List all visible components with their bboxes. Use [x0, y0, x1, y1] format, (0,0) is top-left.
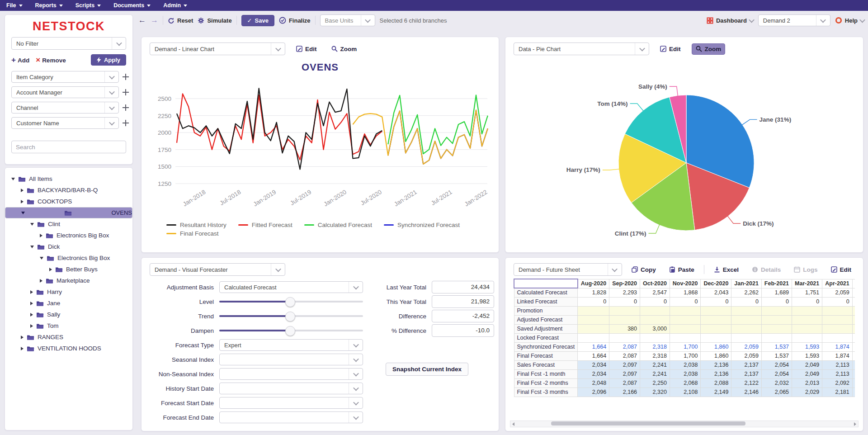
pie-widget-select[interactable]: Data - Pie Chart	[514, 43, 649, 55]
cell[interactable]: 2,068	[670, 378, 701, 388]
cell[interactable]	[852, 288, 855, 297]
cell[interactable]: 1,593	[792, 342, 822, 351]
corner-cell[interactable]	[514, 279, 578, 288]
tree-item-electronics-big-box[interactable]: Electronics Big Box	[5, 252, 132, 264]
cell[interactable]: 1,537	[761, 351, 792, 360]
cell[interactable]: 3,000	[640, 324, 670, 333]
cell[interactable]	[701, 315, 731, 324]
add-criteria-icon[interactable]	[123, 120, 129, 126]
cell[interactable]	[822, 306, 853, 315]
cell[interactable]: 2,087	[609, 351, 640, 360]
filter-select-channel[interactable]: Channel	[11, 102, 119, 113]
cell[interactable]: 1,751	[792, 288, 822, 297]
cell[interactable]: 2,136	[701, 360, 731, 369]
cell[interactable]	[609, 333, 640, 342]
difference-value[interactable]: -2,452	[432, 310, 494, 322]
excel-export-button[interactable]: Excel	[710, 265, 742, 275]
cell[interactable]	[852, 378, 855, 388]
cell[interactable]	[792, 306, 822, 315]
cell[interactable]: 0	[640, 297, 670, 306]
saved-filter-select[interactable]: No Filter	[11, 37, 126, 50]
cell[interactable]: 2,087	[609, 342, 640, 351]
linear-widget-select[interactable]: Demand - Linear Chart	[150, 43, 285, 55]
caret-right-icon[interactable]	[21, 336, 24, 339]
cell[interactable]	[670, 315, 701, 324]
col-header-aug-2020[interactable]: Aug-2020	[578, 279, 609, 288]
scroll-right-icon[interactable]	[854, 422, 856, 426]
pie-chart[interactable]: Jane (31%)Dick (17%)Clint (17%)Harry (17…	[514, 55, 854, 246]
future-sheet-table[interactable]: Aug-2020Sep-2020Oct-2020Nov-2020Dec-2020…	[514, 279, 855, 397]
cell[interactable]: 2,149	[701, 388, 731, 397]
zoom-button-active[interactable]: Zoom	[692, 43, 726, 55]
remove-filter-button[interactable]: ×Remove	[36, 56, 66, 65]
cell[interactable]: 2,137	[731, 360, 762, 369]
tree-item-ranges[interactable]: RANGES	[5, 331, 132, 343]
cell[interactable]	[792, 324, 822, 333]
cell[interactable]: 2,097	[609, 360, 640, 369]
forward-icon[interactable]: →	[151, 16, 158, 25]
back-icon[interactable]: ←	[138, 16, 146, 25]
filter-select-account-manager[interactable]: Account Manager	[11, 86, 119, 98]
col-header-oct-2020[interactable]: Oct-2020	[640, 279, 670, 288]
cell[interactable]	[792, 315, 822, 324]
add-criteria-icon[interactable]	[123, 74, 129, 80]
search-input[interactable]	[11, 141, 126, 153]
legend-item-resultant-history[interactable]: Resultant History	[166, 222, 226, 228]
cell[interactable]: 2,092	[822, 378, 853, 388]
menu-admin[interactable]: Admin	[157, 0, 193, 11]
this-year-total-value[interactable]: 21,982	[432, 295, 494, 308]
cell[interactable]: 2,122	[731, 378, 762, 388]
forecast-type-select[interactable]: Expert	[219, 339, 363, 351]
caret-down-icon[interactable]	[40, 257, 43, 260]
menu-scripts[interactable]: Scripts	[69, 0, 107, 11]
cell[interactable]	[852, 315, 855, 324]
cell[interactable]	[670, 306, 701, 315]
add-criteria-icon[interactable]	[123, 89, 129, 95]
cell[interactable]: 2,113	[822, 369, 853, 378]
legend-item-fitted-forecast[interactable]: Fitted Forecast	[238, 222, 292, 228]
legend-item-calculated-forecast[interactable]: Calculated Forecast	[304, 222, 372, 228]
cell[interactable]	[640, 333, 670, 342]
cell[interactable]: 2,318	[640, 342, 670, 351]
cell[interactable]: 2,181	[822, 388, 853, 397]
cell[interactable]: 2,318	[640, 351, 670, 360]
legend-item-synchronized-forecast[interactable]: Synchronized Forecast	[384, 222, 460, 228]
tree-item-ventilation-hoods[interactable]: VENTILATION HOODS	[5, 343, 132, 354]
cell[interactable]	[852, 306, 855, 315]
cell[interactable]: 2,108	[670, 388, 701, 397]
cell[interactable]: 2,059	[731, 351, 762, 360]
cell[interactable]: 1,689	[761, 288, 792, 297]
reset-button[interactable]: Reset	[168, 17, 193, 24]
menu-file[interactable]: File	[0, 0, 29, 11]
col-header-dec-2020[interactable]: Dec-2020	[701, 279, 731, 288]
add-filter-button[interactable]: +Add	[11, 56, 29, 65]
cell[interactable]	[852, 342, 855, 351]
caret-right-icon[interactable]	[21, 189, 24, 192]
cell[interactable]: 2,038	[670, 369, 701, 378]
snapshot-current-index-button[interactable]: Snapshot Current Index	[386, 363, 468, 376]
cell[interactable]	[852, 333, 855, 342]
col-header-mar-2021[interactable]: Mar-2021	[792, 279, 822, 288]
filter-select-customer-name[interactable]: Customer Name	[11, 117, 119, 129]
cell[interactable]: 2,250	[640, 378, 670, 388]
cell[interactable]	[609, 306, 640, 315]
cell[interactable]: 0	[578, 297, 609, 306]
tree-item-better-buys[interactable]: Better Buys	[5, 264, 132, 275]
dampen-slider[interactable]	[219, 325, 363, 336]
finalize-button[interactable]: Finalize	[279, 17, 311, 24]
tree-item-sally[interactable]: Sally	[5, 309, 132, 320]
cell[interactable]	[731, 306, 762, 315]
cell[interactable]: 2,065	[761, 388, 792, 397]
line-chart[interactable]: 125015001750200022502500Jan-2018Jul-2018…	[151, 74, 490, 221]
caret-down-icon[interactable]	[30, 246, 34, 248]
paste-button[interactable]: Paste	[665, 265, 698, 275]
caret-right-icon[interactable]	[30, 324, 33, 328]
forecast-end-date-select[interactable]	[219, 411, 363, 423]
trend-slider[interactable]	[219, 310, 363, 322]
tree-item-clint[interactable]: Clint	[5, 218, 132, 230]
cell[interactable]	[852, 297, 855, 306]
cell[interactable]: 2,087	[609, 378, 640, 388]
cell[interactable]	[578, 333, 609, 342]
history-start-date-select[interactable]	[219, 383, 363, 394]
cell[interactable]	[701, 324, 731, 333]
